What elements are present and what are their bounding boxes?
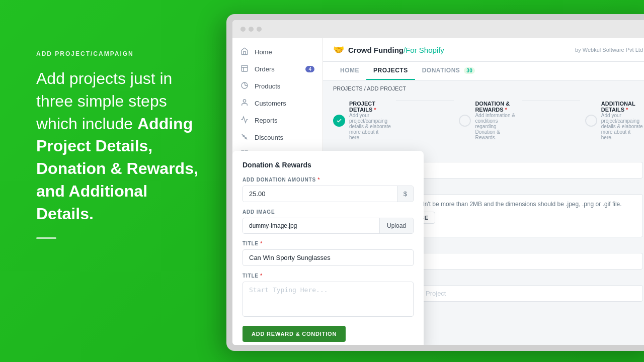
reports-icon	[240, 116, 250, 125]
image-filename: dummy-image.jpg	[243, 218, 379, 233]
svg-point-2	[243, 100, 246, 102]
orders-icon	[240, 64, 250, 73]
step-3-title: ADDITIONAL DETAILS *	[601, 101, 643, 113]
home-icon	[240, 47, 250, 56]
amount-input[interactable]	[243, 186, 397, 202]
orders-badge: 4	[305, 66, 314, 72]
sidebar-item-reports[interactable]: Reports	[232, 112, 323, 129]
main-description: Add projects just in three simple steps …	[36, 67, 227, 225]
page-subtitle: ADD PROJECT/CAMPAIGN	[36, 50, 227, 57]
nav-tab-home[interactable]: HOME	[333, 62, 366, 80]
step-1-desc: Add your project/campaing details & elab…	[349, 113, 391, 140]
step-1-info: PROJECT DETAILS * Add your project/campa…	[349, 101, 391, 140]
steps-bar: PROJECT DETAILS * Add your project/campa…	[323, 97, 644, 148]
browser-dot-2	[249, 27, 254, 32]
title1-input[interactable]	[243, 249, 414, 266]
sidebar-label-home: Home	[255, 48, 272, 56]
step-2-desc: Add information & conditions regarding D…	[475, 113, 517, 140]
sidebar-item-orders[interactable]: Orders 4	[232, 60, 323, 77]
app-emoji: 🤝	[333, 44, 344, 55]
step-3-circle	[585, 115, 597, 127]
sidebar-label-discounts: Discounts	[255, 134, 283, 141]
breadcrumb-current: ADD PROJECT	[367, 85, 406, 92]
currency-symbol: $	[397, 186, 413, 202]
app-nav: HOME PROJECTS DONATIONS 30	[323, 62, 644, 80]
step-line-2	[522, 101, 580, 101]
browser-dot-1	[240, 27, 246, 32]
amount-label: ADD DONATION AMOUNTS *	[243, 177, 414, 183]
image-row: dummy-image.jpg Upload	[243, 218, 414, 234]
left-panel: ADD PROJECT/CAMPAIGN Add projects just i…	[36, 50, 227, 239]
customers-icon	[240, 99, 250, 108]
sidebar-label-products: Products	[255, 82, 280, 90]
breadcrumb: PROJECTS / ADD PROJECT	[323, 80, 644, 97]
step-2-title: DONATION & REWARDS *	[475, 101, 517, 113]
step-1-title: PROJECT DETAILS *	[349, 101, 391, 113]
browser-dot-3	[257, 27, 262, 32]
step-3: ADDITIONAL DETAILS * Add your project/ca…	[585, 101, 643, 140]
sidebar-label-orders: Orders	[255, 65, 275, 73]
sidebar-item-home[interactable]: Home	[232, 43, 323, 60]
step-3-desc: Add your project/campaing details & elab…	[601, 113, 643, 140]
sidebar-item-products[interactable]: Products	[232, 77, 323, 95]
tablet-screen: Home Orders 4	[232, 20, 644, 345]
step-3-info: ADDITIONAL DETAILS * Add your project/ca…	[601, 101, 643, 140]
title1-label: TITLE *	[243, 241, 414, 246]
discounts-icon	[240, 133, 250, 142]
sidebar-label-customers: Customers	[255, 100, 286, 107]
donation-rewards-modal: Donation & Rewards ADD DONATION AMOUNTS …	[232, 151, 424, 345]
sidebar-label-reports: Reports	[255, 117, 278, 124]
image-upload-label: ADD IMAGE	[243, 209, 414, 215]
app-title: 🤝 Crowd Funding /For Shopify	[333, 44, 444, 55]
step-2: DONATION & REWARDS * Add information & c…	[459, 101, 517, 140]
modal-title: Donation & Rewards	[243, 161, 414, 169]
app-sub: /For Shopify	[404, 46, 444, 54]
svg-rect-0	[242, 65, 248, 71]
app-header: 🤝 Crowd Funding /For Shopify by Webkul S…	[323, 38, 644, 62]
products-icon	[240, 81, 250, 90]
add-reward-button[interactable]: ADD REWARD & CONDITION	[243, 326, 346, 342]
app-credit: by Webkul Software Pvt Ltd	[575, 47, 643, 53]
nav-tab-projects[interactable]: PROJECTS	[366, 62, 415, 80]
browser-titlebar	[232, 20, 644, 38]
sidebar-item-customers[interactable]: Customers	[232, 95, 323, 112]
donations-badge: 30	[464, 67, 475, 74]
step-1-circle	[333, 115, 345, 127]
divider	[36, 237, 56, 239]
title2-label: TITLE *	[243, 273, 414, 279]
amount-row: $	[243, 186, 414, 202]
step-line-1	[396, 101, 454, 101]
breadcrumb-parent[interactable]: PROJECTS	[333, 85, 363, 92]
app-brand: Crowd Funding	[348, 46, 404, 54]
sidebar-item-discounts[interactable]: Discounts	[232, 129, 323, 146]
tablet-device: Home Orders 4	[226, 14, 644, 351]
title2-textarea[interactable]	[243, 282, 414, 317]
step-2-info: DONATION & REWARDS * Add information & c…	[475, 101, 517, 140]
step-2-circle	[459, 115, 471, 127]
nav-tab-donations[interactable]: DONATIONS 30	[415, 62, 482, 80]
upload-inline-button[interactable]: Upload	[379, 218, 413, 233]
step-1: PROJECT DETAILS * Add your project/campa…	[333, 101, 391, 140]
